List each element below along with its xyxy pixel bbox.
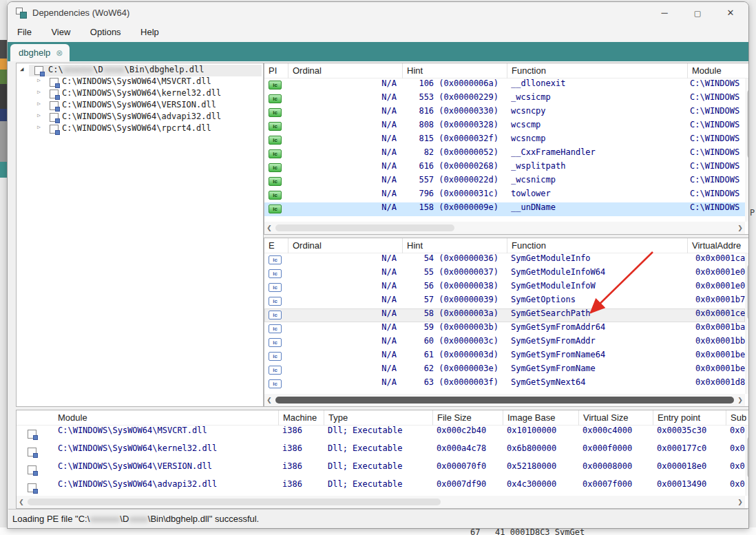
import-module: C:\WINDOWS	[690, 92, 745, 106]
export-row[interactable]: icN/A63 (0x0000003f)SymGetSymNext640x0x0…	[264, 377, 745, 391]
import-hint: 553 (0x00000229)	[405, 92, 498, 106]
scroll-thumb[interactable]	[747, 264, 749, 319]
col-entry-point[interactable]: Entry point	[653, 410, 726, 426]
col-hint[interactable]: Hint	[402, 238, 507, 253]
scroll-right-icon[interactable]: ❯	[735, 394, 745, 406]
module-row[interactable]: C:\WINDOWS\SysWOW64\advapi32.dlli386Dll;…	[17, 479, 745, 497]
tree-collapsed-icon[interactable]: ▷	[37, 124, 41, 130]
tree-row-msvcrt[interactable]: ▷ C:\WINDOWS\SysWOW64\MSVCRT.dll	[17, 76, 262, 88]
scroll-up-icon[interactable]: ⌃	[745, 78, 749, 88]
col-ordinal[interactable]: Ordinal	[288, 238, 402, 253]
col-ordinal[interactable]: Ordinal	[288, 63, 402, 78]
export-row[interactable]: icN/A59 (0x0000003b)SymGetSymFromAddr640…	[264, 322, 745, 336]
import-row[interactable]: icN/A808 (0x00000328)wcscmpC:\WINDOWS	[264, 120, 745, 134]
modules-horizontal-scrollbar[interactable]: ❮ ❯	[17, 496, 745, 508]
col-pi[interactable]: PI	[264, 63, 288, 78]
export-function: SymGetSymFromName64	[511, 350, 684, 364]
modules-vertical-scrollbar[interactable]: ⌃ ⌄	[745, 426, 749, 496]
menu-help[interactable]: Help	[134, 24, 166, 40]
col-function[interactable]: Function	[507, 238, 687, 253]
module-row[interactable]: C:\WINDOWS\SysWOW64\kernel32.dlli386Dll;…	[17, 443, 745, 461]
maximize-button[interactable]: ▢	[682, 2, 713, 24]
export-row[interactable]: icN/A60 (0x0000003c)SymGetSymFromAddr0x0…	[264, 336, 745, 350]
scroll-thumb[interactable]	[28, 499, 441, 505]
tree-collapsed-icon[interactable]: ▷	[37, 89, 41, 95]
col-module[interactable]: Module	[687, 63, 746, 78]
tree-collapsed-icon[interactable]: ▷	[37, 101, 41, 107]
import-row[interactable]: icN/A816 (0x00000330)wcsncpyC:\WINDOWS	[264, 106, 745, 120]
tab-dbghelp[interactable]: dbghelp⊗	[10, 44, 70, 61]
col-function[interactable]: Function	[507, 63, 687, 78]
tree-row-root[interactable]: ◢ C:\xxxxxxx\Dxxxxx\Bin\dbghelp.dll	[17, 65, 262, 76]
module-machine: i386	[282, 443, 321, 457]
scroll-thumb[interactable]	[275, 397, 734, 403]
scroll-left-icon[interactable]: ❮	[17, 496, 26, 508]
tab-close-icon[interactable]: ⊗	[56, 45, 63, 62]
scroll-thumb[interactable]	[275, 224, 454, 231]
scroll-thumb[interactable]	[747, 437, 749, 478]
export-row[interactable]: icN/A57 (0x00000039)SymGetOptions0x0x000…	[264, 295, 745, 308]
module-row[interactable]: C:\WINDOWS\SysWOW64\VERSION.dlli386Dll; …	[17, 461, 745, 479]
col-virtual-address[interactable]: VirtualAddre	[687, 238, 746, 253]
col-hint[interactable]: Hint	[402, 63, 507, 78]
col-machine[interactable]: Machine	[278, 410, 324, 426]
tree-row-version[interactable]: ▷ C:\WINDOWS\SysWOW64\VERSION.dll	[17, 100, 262, 112]
dll-file-icon	[50, 78, 59, 87]
minimize-button[interactable]: ─	[649, 2, 680, 24]
import-row[interactable]: icN/A616 (0x00000268)_wsplitpathC:\WINDO…	[264, 161, 745, 175]
scroll-right-icon[interactable]: ❯	[735, 496, 745, 508]
col-image-base[interactable]: Image Base	[503, 410, 578, 426]
tree-row-advapi32[interactable]: ▷ C:\WINDOWS\SysWOW64\advapi32.dll	[17, 112, 262, 123]
scroll-up-icon[interactable]: ⌃	[745, 253, 749, 263]
export-row[interactable]: icN/A62 (0x0000003e)SymGetSymFromName0x0…	[264, 364, 745, 377]
col-file-size[interactable]: File Size	[432, 410, 503, 426]
import-row[interactable]: icN/A82 (0x00000052)__CxxFrameHandlerC:\…	[264, 147, 745, 161]
import-row[interactable]: icN/A106 (0x0000006a)__dllonexitC:\WINDO…	[264, 78, 745, 92]
tree-collapsed-icon[interactable]: ▷	[37, 77, 41, 83]
col-subsystem[interactable]: Sub	[726, 410, 746, 426]
scroll-up-icon[interactable]: ⌃	[745, 426, 749, 435]
menu-file[interactable]: File	[10, 24, 39, 40]
scroll-down-icon[interactable]: ⌄	[745, 384, 749, 394]
import-module: C:\WINDOWS	[690, 189, 745, 202]
title-bar[interactable]: Dependencies (WoW64) ─ ▢ ✕	[8, 2, 748, 24]
col-type[interactable]: Type	[324, 410, 432, 426]
col-module[interactable]: Module	[17, 410, 278, 426]
import-row-selected[interactable]: icN/A158 (0x0000009e)__unDNameC:\WINDOWS	[264, 202, 745, 216]
import-row[interactable]: icN/A815 (0x0000032f)wcsncmpC:\WINDOWS	[264, 134, 745, 147]
imports-vertical-scrollbar[interactable]: ⌃ ⌄	[745, 78, 749, 222]
import-function: __dllonexit	[511, 78, 684, 92]
scroll-left-icon[interactable]: ❮	[264, 394, 274, 406]
module-virtual-size: 0x0007f000	[582, 479, 651, 493]
tree-expanded-icon[interactable]: ◢	[20, 65, 23, 72]
menu-options[interactable]: Options	[83, 24, 128, 40]
exports-horizontal-scrollbar[interactable]: ❮ ❯	[264, 394, 745, 406]
export-row-selected[interactable]: icN/A58 (0x0000003a)SymGetSearchPath0x0x…	[264, 308, 745, 322]
import-row[interactable]: icN/A553 (0x00000229)_wcsicmpC:\WINDOWS	[264, 92, 745, 106]
export-icon: ic	[269, 324, 282, 333]
export-row[interactable]: icN/A55 (0x00000037)SymGetModuleInfoW640…	[264, 267, 745, 281]
tree-row-rpcrt4[interactable]: ▷ C:\WINDOWS\SysWOW64\rpcrt4.dll	[17, 123, 262, 135]
tree-row-kernel32[interactable]: ▷ C:\WINDOWS\SysWOW64\kernel32.dll	[17, 88, 262, 100]
menu-view[interactable]: View	[44, 24, 77, 40]
exports-vertical-scrollbar[interactable]: ⌃ ⌄	[745, 253, 749, 394]
module-row[interactable]: C:\WINDOWS\SysWOW64\MSVCRT.dlli386Dll; E…	[17, 426, 745, 443]
export-virtual-address: 0x0x0001be	[695, 364, 746, 377]
col-virtual-size[interactable]: Virtual Size	[578, 410, 653, 426]
export-row[interactable]: icN/A61 (0x0000003d)SymGetSymFromName640…	[264, 350, 745, 364]
close-button[interactable]: ✕	[715, 2, 746, 24]
scroll-left-icon[interactable]: ❮	[264, 222, 274, 234]
export-row[interactable]: icN/A56 (0x00000038)SymGetModuleInfoW0x0…	[264, 281, 745, 295]
import-row[interactable]: icN/A796 (0x0000031c)towlowerC:\WINDOWS	[264, 189, 745, 202]
scroll-down-icon[interactable]: ⌄	[745, 486, 749, 496]
import-row[interactable]: icN/A557 (0x0000022d)_wcsnicmpC:\WINDOWS	[264, 175, 745, 189]
imports-horizontal-scrollbar[interactable]: ❮ ❯	[264, 222, 745, 234]
module-path: C:\WINDOWS\SysWOW64\MSVCRT.dll	[58, 426, 277, 439]
export-row[interactable]: icN/A54 (0x00000036)SymGetModuleInfo0x0x…	[264, 253, 745, 267]
scroll-thumb[interactable]	[747, 90, 749, 158]
scroll-down-icon[interactable]: ⌄	[745, 212, 749, 222]
export-ordinal: N/A	[293, 281, 397, 295]
scroll-right-icon[interactable]: ❯	[735, 222, 745, 234]
tree-collapsed-icon[interactable]: ▷	[37, 112, 41, 118]
col-e[interactable]: E	[264, 238, 288, 253]
